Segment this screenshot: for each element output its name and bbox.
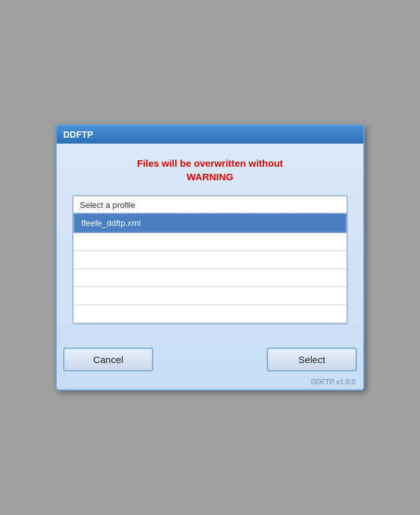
list-item[interactable] bbox=[73, 305, 347, 323]
list-item[interactable] bbox=[73, 251, 347, 269]
profile-box: Select a profile ffeefe_ddftp.xml bbox=[72, 195, 348, 324]
window-title: DDFTP bbox=[63, 129, 93, 140]
warning-line1: Files will be overwritten without bbox=[137, 158, 283, 169]
cancel-button[interactable]: Cancel bbox=[63, 348, 153, 371]
profile-box-label: Select a profile bbox=[73, 196, 347, 213]
title-bar: DDFTP bbox=[57, 126, 363, 144]
select-button[interactable]: Select bbox=[267, 348, 357, 371]
profile-list: ffeefe_ddftp.xml bbox=[73, 213, 347, 323]
button-row: Cancel Select bbox=[57, 348, 363, 378]
version-label: DDFTP v1.0.0 bbox=[57, 378, 363, 389]
list-item[interactable]: ffeefe_ddftp.xml bbox=[73, 213, 347, 233]
main-window: DDFTP Files will be overwritten without … bbox=[55, 124, 365, 391]
list-item[interactable] bbox=[73, 233, 347, 251]
warning-message: Files will be overwritten without WARNIN… bbox=[72, 156, 348, 183]
list-item[interactable] bbox=[73, 287, 347, 305]
warning-line2: WARNING bbox=[187, 171, 234, 182]
list-item[interactable] bbox=[73, 269, 347, 287]
window-content: Files will be overwritten without WARNIN… bbox=[57, 144, 363, 348]
